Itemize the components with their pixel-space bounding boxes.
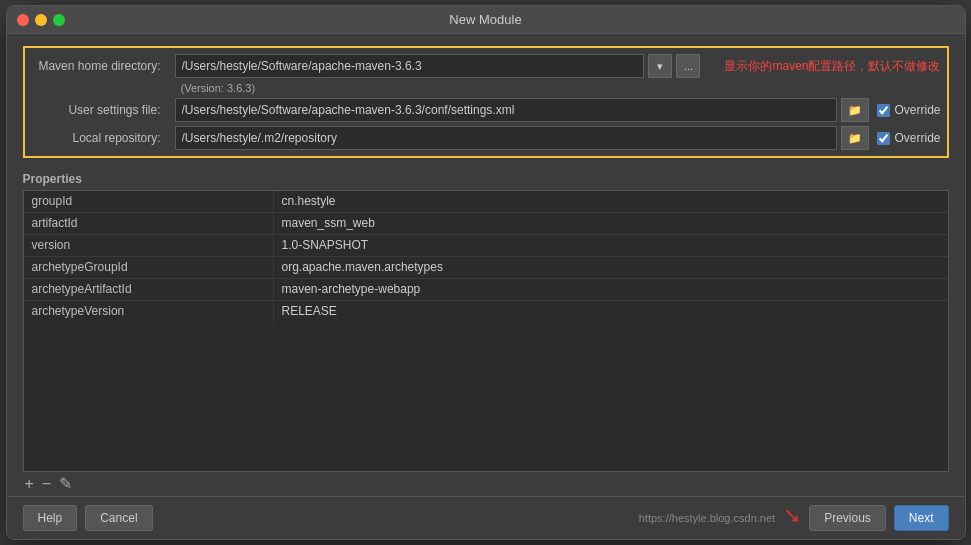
user-settings-row: User settings file: 📁 Override	[31, 98, 941, 122]
properties-table: groupId cn.hestyle artifactId maven_ssm_…	[23, 190, 949, 472]
maven-home-input[interactable]	[175, 54, 645, 78]
user-settings-field-group: 📁	[175, 98, 870, 122]
maven-home-row: Maven home directory: ▾ ... 显示你的maven配置路…	[31, 54, 941, 78]
user-settings-override-group: Override	[877, 103, 940, 117]
prop-val-version: 1.0-SNAPSHOT	[274, 235, 377, 256]
annotation-text: 显示你的maven配置路径，默认不做修改	[724, 58, 940, 75]
user-settings-input[interactable]	[175, 98, 838, 122]
prop-key-artifactid: artifactId	[24, 213, 274, 234]
next-button[interactable]: Next	[894, 505, 949, 531]
prop-val-archetype-artifactid: maven-archetype-webapp	[274, 279, 429, 300]
footer-left: Help Cancel	[23, 505, 153, 531]
local-repo-label: Local repository:	[31, 131, 171, 145]
user-settings-override-label: Override	[894, 103, 940, 117]
window-controls	[17, 14, 65, 26]
maven-home-browse-button[interactable]: ...	[676, 54, 700, 78]
local-repo-row: Local repository: 📁 Override	[31, 126, 941, 150]
footer-right: https://hestyle.blog.csdn.net ➘ Previous…	[639, 505, 949, 531]
user-settings-override-checkbox[interactable]	[877, 104, 890, 117]
edit-property-button[interactable]: ✎	[57, 476, 74, 492]
table-row: archetypeArtifactId maven-archetype-weba…	[24, 279, 948, 301]
table-toolbar: + − ✎	[23, 472, 949, 496]
maximize-button[interactable]	[53, 14, 65, 26]
dialog-body: Maven home directory: ▾ ... 显示你的maven配置路…	[7, 34, 965, 496]
local-repo-override-checkbox[interactable]	[877, 132, 890, 145]
url-text: https://hestyle.blog.csdn.net	[639, 512, 775, 524]
local-repo-override-label: Override	[894, 131, 940, 145]
maven-home-dropdown-button[interactable]: ▾	[648, 54, 672, 78]
minimize-button[interactable]	[35, 14, 47, 26]
help-button[interactable]: Help	[23, 505, 78, 531]
prop-val-artifactid: maven_ssm_web	[274, 213, 383, 234]
prop-val-groupid: cn.hestyle	[274, 191, 344, 212]
dialog: New Module Maven home directory: ▾ ... 显…	[6, 5, 966, 540]
properties-section-label: Properties	[23, 172, 949, 186]
maven-version-text: (Version: 3.6.3)	[181, 82, 941, 94]
local-repo-browse-button[interactable]: 📁	[841, 126, 869, 150]
dialog-title: New Module	[449, 12, 521, 27]
add-property-button[interactable]: +	[23, 476, 36, 492]
close-button[interactable]	[17, 14, 29, 26]
dialog-footer: Help Cancel https://hestyle.blog.csdn.ne…	[7, 496, 965, 539]
maven-home-label: Maven home directory:	[31, 59, 171, 73]
prop-key-version: version	[24, 235, 274, 256]
prop-key-archetype-artifactid: archetypeArtifactId	[24, 279, 274, 300]
table-row: version 1.0-SNAPSHOT	[24, 235, 948, 257]
highlighted-section: Maven home directory: ▾ ... 显示你的maven配置路…	[23, 46, 949, 158]
prop-key-groupid: groupId	[24, 191, 274, 212]
local-repo-override-group: Override	[877, 131, 940, 145]
local-repo-input[interactable]	[175, 126, 838, 150]
table-row: archetypeGroupId org.apache.maven.archet…	[24, 257, 948, 279]
local-repo-field-group: 📁	[175, 126, 870, 150]
table-row: archetypeVersion RELEASE	[24, 301, 948, 323]
maven-home-field-group: ▾ ...	[175, 54, 701, 78]
table-row: artifactId maven_ssm_web	[24, 213, 948, 235]
user-settings-label: User settings file:	[31, 103, 171, 117]
prop-key-archetype-groupid: archetypeGroupId	[24, 257, 274, 278]
prop-val-archetype-groupid: org.apache.maven.archetypes	[274, 257, 451, 278]
user-settings-browse-button[interactable]: 📁	[841, 98, 869, 122]
prop-key-archetype-version: archetypeVersion	[24, 301, 274, 323]
title-bar: New Module	[7, 6, 965, 34]
cancel-button[interactable]: Cancel	[85, 505, 152, 531]
prop-val-archetype-version: RELEASE	[274, 301, 345, 323]
remove-property-button[interactable]: −	[40, 476, 53, 492]
previous-button[interactable]: Previous	[809, 505, 886, 531]
next-arrow-icon: ➘	[783, 503, 801, 529]
table-row: groupId cn.hestyle	[24, 191, 948, 213]
